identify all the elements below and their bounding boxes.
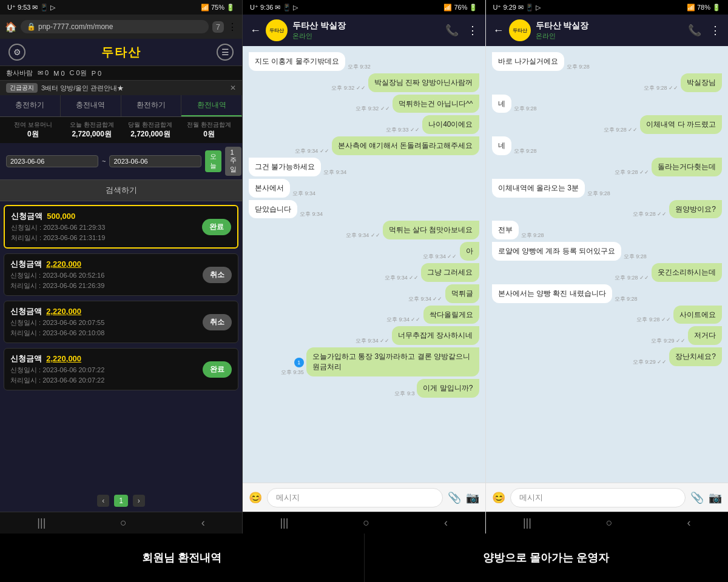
c-icon: C 0원 [70,69,87,78]
tab-exchange[interactable]: 환전하기 [121,95,182,116]
tab-count-btn[interactable]: 7 [212,21,224,33]
message-bubble: 나이40이에요 [422,115,479,134]
search-btn[interactable]: 검색하기 [0,179,242,201]
msg-row: 그냥 그러세요 오후 9:34 ✓✓ [249,263,479,282]
nav1-back-icon[interactable]: ‹ [444,517,448,529]
chat1-contact-info: 두타산 박실장 온라인 [292,21,440,41]
notice-text: 3배터 양방/올인 관련안내★ [41,84,124,93]
msg-row: 이게 말입니까? 오후 9:3 [249,379,479,398]
week-btn[interactable]: 1주일 [225,147,241,176]
chat1-avatar: 두타산 [266,19,288,41]
nav1-home-icon[interactable]: ○ [363,517,369,529]
tab-exchange-history[interactable]: 환전내역 [181,95,242,116]
camera2-icon[interactable]: 📷 [709,491,722,504]
withdrawal-item: 신청금액 2,220,000 신청일시 : 2023-06-06 20:52:1… [4,253,238,296]
next-page-btn[interactable]: › [133,495,145,507]
message-bubble: 사이트에요 [673,306,722,324]
chat2-more-icon[interactable]: ⋮ [710,24,721,37]
msg-time: 오후 9:28 ✓✓ [604,126,638,134]
message-bubble: 이체내역에 올라오는 3분 [492,179,585,198]
message-bubble: 원양방이요? [669,200,722,219]
msg-time: 오후 9:28 [514,105,537,113]
msg-row: 로얄에 양빵에 계좌 등록 되어있구요 오후 9:28 [492,242,723,261]
url-box[interactable]: 🔒 pnp-7777.com/m/mone [21,20,209,33]
message-bubble: 너무추잡게 장사하시네 [392,326,479,345]
hamburger-icon[interactable]: ☰ [217,44,234,61]
nav1-menu-icon[interactable]: ||| [280,517,288,529]
nav-home-icon[interactable]: ○ [120,517,127,529]
message-bubble: 먹튀글 [445,284,479,303]
message-bubble: 박실장님 진짜 양방아닌사람꺼 [368,73,479,92]
chat2-contact-info: 두타산 박실장 온라인 [536,21,684,41]
msg-row: 전부 오후 9:28 [492,221,723,239]
msg-time: 오후 9:34 ✓✓ [356,337,390,345]
msg-time: 오후 9:34 [292,190,315,198]
message-bubble: 네 [492,136,511,155]
nav2-home-icon[interactable]: ○ [606,517,613,529]
mail-icon: ✉ 0 [38,69,49,77]
chat1-header-actions: 📞 ⋮ [445,24,478,37]
emoji-icon[interactable]: 😊 [249,491,262,504]
url-text: pnp-7777.com/m/mone [38,22,113,31]
attach2-icon[interactable]: 📎 [690,491,704,504]
message-bubble: 돌라는거다췻는데 [652,158,722,176]
message-bubble: 바로 나가실거에요 [492,52,564,71]
msg-row: 싹다올릴게요 오후 9:34 ✓✓ [249,306,479,324]
msg-time: 오후 9:32 ✓✓ [356,105,390,113]
nav2-back-icon[interactable]: ‹ [687,517,691,529]
message-bubble: 이체내역 다 까드렸고 [640,115,722,134]
message-bubble: 지도 이홍게 물주기밖데요 [249,52,345,71]
message-bubble: 아 [460,242,479,261]
msg-row: 먹튀글 오후 9:34 ✓✓ [249,284,479,303]
chat2-messages: 바로 나가실거에요 오후 9:28 박실장님 오후 9:28 ✓✓ 네 오후 9… [486,46,729,483]
app-header: ⚙ 두타산 ☰ [0,39,242,66]
status-badge-cancel: 취소 [203,314,232,330]
nav2-menu-icon[interactable]: ||| [523,517,531,529]
msg-row: 본사에서 오후 9:34 [249,179,479,198]
tab-charge-history[interactable]: 충전내역 [61,95,121,116]
tab-charge[interactable]: 충전하기 [0,95,61,116]
withdrawal-item: 신청금액 500,000 신청일시 : 2023-06-06 21:29:33 … [4,205,238,249]
app-status-bar: U⁺ 9:53 ✉ 📱 ▷ 📶 75% 🔋 [0,0,242,15]
current-page[interactable]: 1 [114,495,128,507]
emoji2-icon[interactable]: 😊 [492,491,505,504]
msg-time: 1 오후 9:35 [281,358,304,376]
menu-icon[interactable]: ⚙ [8,44,25,61]
status-right: 📶 75% 🔋 [201,4,235,12]
chat1-back-btn[interactable]: ← [250,24,261,37]
chat1-message-input[interactable]: 메시지 [267,488,443,507]
msg-time: 오후 9:34 ✓✓ [295,147,329,155]
message-bubble: 오늘가입하고 통장 3일까라하고 결론 양방같으니 원금처리 [306,347,479,376]
msg-row: 먹튀하는건 아닙니다^^ 오후 9:32 ✓✓ [249,95,479,113]
msg-row: 오늘가입하고 통장 3일까라하고 결론 양방같으니 원금처리 1 오후 9:35 [249,347,479,376]
app-nav-bar: ||| ○ ‹ [0,512,242,534]
date-to-input[interactable] [109,155,201,167]
notice-close-btn[interactable]: ✕ [230,84,236,92]
p-icon: P 0 [92,70,101,77]
date-from-input[interactable] [6,155,98,167]
chat2-call-icon[interactable]: 📞 [688,24,701,37]
camera-icon[interactable]: 📷 [466,491,479,504]
chat1-call-icon[interactable]: 📞 [445,24,459,37]
msg-row: 돌라는거다췻는데 오후 9:28 ✓✓ [492,158,723,176]
prev-page-btn[interactable]: ‹ [97,495,109,507]
nav-menu-icon[interactable]: ||| [37,517,46,529]
app-logo: 두타산 [101,44,141,61]
withdrawal-list: 신청금액 500,000 신청일시 : 2023-06-06 21:29:33 … [0,201,242,490]
message-bubble: 네 [492,95,511,113]
attach-icon[interactable]: 📎 [448,491,461,504]
message-bubble: 장난치세요? [669,347,722,366]
msg-row: 나이40이에요 오후 9:33 ✓✓ [249,115,479,134]
chat1-more-icon[interactable]: ⋮ [467,24,478,37]
message-bubble: 웃긴소리하시는데 [652,263,722,282]
today-btn[interactable]: 오늘 [205,150,221,172]
browser-home-icon[interactable]: 🏠 [5,21,17,33]
browser-menu-icon[interactable]: ⋮ [228,21,237,33]
chat2-message-input[interactable]: 메시지 [510,488,686,507]
msg-time: 오후 9:28 [615,295,638,303]
chat2-status-right: 📶 78% 🔋 [687,4,721,12]
chat2-contact-name: 두타산 박실장 [536,21,684,32]
nav-back-icon[interactable]: ‹ [201,517,205,529]
chat2-back-btn[interactable]: ← [493,24,504,37]
msg-time: 오후 9:28 ✓✓ [633,210,667,218]
